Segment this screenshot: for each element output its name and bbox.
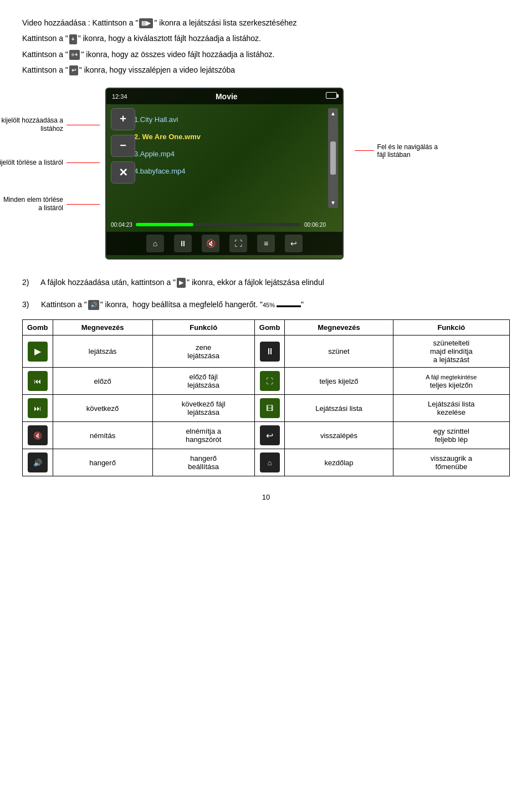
name-volume: hangerő [53, 449, 152, 476]
arrow-remove-selected [66, 162, 100, 163]
scroll-bar[interactable]: ▲ ▼ [328, 108, 338, 208]
intro-line4: Kattintson a "↩" ikonra, hogy visszalépj… [22, 64, 510, 76]
func-fullscreen: A fájl megtekintése teljes kijelzőn [393, 368, 509, 395]
progress-time-end: 00:06:20 [304, 222, 326, 228]
scroll-down-arrow[interactable]: ▼ [330, 200, 336, 206]
intro-line2: Kattintson a "+" ikonra, hogy a kiválasz… [22, 32, 510, 44]
remove-btn[interactable]: − [111, 135, 135, 157]
intro-line1: Video hozzáadása : Kattintson a "▤▶" iko… [22, 17, 510, 29]
volume-icon-inline: 🔊 [88, 300, 99, 310]
file-item-2[interactable]: 2. We Are One.wmv [134, 128, 342, 145]
edit-list-icon: ▤▶ [139, 18, 153, 28]
func-volume: hangerőbeállítása [152, 449, 254, 476]
intro-line3: Kattintson a "≡+" ikonra, hogy az összes… [22, 48, 510, 60]
left-labels: A kijelölt hozzáadása alistához A kijelö… [22, 88, 105, 265]
col-header-megnevezés2: Megnevezés [285, 320, 393, 335]
button-panel: + − ✕ [111, 108, 135, 184]
col-header-megnevezés1: Megnevezés [53, 320, 152, 335]
col-header-gomb1: Gomb [23, 320, 53, 335]
name-mute: némítás [53, 422, 152, 449]
screen-top-bar: 12:34 Movie [106, 89, 342, 104]
scroll-up-arrow[interactable]: ▲ [330, 110, 336, 116]
col-header-funkció1: Funkció [152, 320, 254, 335]
func-pause: szüneteltetimajd elindítjaa lejátszást [393, 335, 509, 368]
file-item-4[interactable]: 4.babyface.mp4 [134, 162, 342, 180]
screen-content: + − ✕ 1.City Hall.avi 2. We Are One.wmv … [106, 104, 342, 224]
name-home: kezdőlap [285, 449, 393, 476]
add-btn[interactable]: + [111, 108, 135, 130]
fullscreen-icon-box: ⛶ [260, 371, 280, 391]
label-add-selected-text: A kijelölt hozzáadása alistához [0, 116, 63, 134]
battery-indicator [326, 92, 337, 99]
nav-label-text: Fel és le navigálás a fájl listában [377, 143, 443, 159]
step2-text: 2) A fájlok hozzáadása után, kattintson … [22, 276, 510, 288]
intro-section: Video hozzáadása : Kattintson a "▤▶" iko… [22, 17, 510, 77]
name-prev: előző [53, 368, 152, 395]
playlist-ctrl-btn[interactable]: ≡ [257, 235, 275, 252]
col-header-funkció2: Funkció [393, 320, 509, 335]
step2-number: 2) [22, 276, 39, 288]
label-remove-all: Minden elem törlésea listáról [3, 196, 100, 213]
progress-time-start: 00:04:23 [111, 222, 132, 228]
func-playlist: Lejátszási listakezelése [393, 395, 509, 422]
icon-back: ↩ [254, 422, 285, 449]
pause-ctrl-btn[interactable]: ⏸ [174, 235, 192, 252]
remove-all-btn[interactable]: ✕ [111, 161, 135, 184]
icon-prev: ⏮ [23, 368, 53, 395]
func-prev: előző fájllejátszása [152, 368, 254, 395]
volume-icon-box: 🔊 [28, 453, 48, 472]
back-ctrl-btn[interactable]: ↩ [285, 235, 303, 252]
next-icon-box: ⏭ [28, 398, 48, 418]
device-screen: 12:34 Movie + − ✕ 1.City Hall.avi 2. We … [105, 88, 344, 260]
table-row-5: 🔊 hangerő hangerőbeállítása ⌂ kezdőlap v… [23, 449, 510, 476]
icon-volume: 🔊 [23, 449, 53, 476]
mute-ctrl-btn[interactable]: 🔇 [202, 235, 219, 252]
name-next: következő [53, 395, 152, 422]
name-play: lejátszás [53, 335, 152, 368]
func-play: zenelejátszása [152, 335, 254, 368]
label-add-selected: A kijelölt hozzáadása alistához [0, 116, 100, 134]
file-item-3[interactable]: 3.Apple.mp4 [134, 145, 342, 162]
fullscreen-ctrl-btn[interactable]: ⛶ [229, 235, 247, 252]
playlist-icon-box: 🎞 [260, 398, 280, 418]
icon-next: ⏭ [23, 395, 53, 422]
icon-home: ⌂ [254, 449, 285, 476]
file-list: 1.City Hall.avi 2. We Are One.wmv 3.Appl… [106, 106, 342, 224]
arrow-add-selected [66, 125, 100, 125]
icon-fullscreen: ⛶ [254, 368, 285, 395]
file-item-1[interactable]: 1.City Hall.avi [134, 111, 342, 128]
icon-play: ▶ [23, 335, 53, 368]
icon-playlist: 🎞 [254, 395, 285, 422]
progress-bar-section: 00:04:23 00:06:20 [111, 222, 326, 228]
back-icon-small: ↩ [69, 65, 78, 75]
scroll-thumb[interactable] [330, 141, 336, 175]
pause-icon-box: ⏸ [260, 342, 280, 362]
right-label: Fel és le navigálás a fájl listában [355, 88, 443, 159]
label-remove-all-text: Minden elem törlésea listáról [3, 196, 63, 213]
prev-icon-box: ⏮ [28, 371, 48, 391]
table-row-2: ⏮ előző előző fájllejátszása ⛶ teljes ki… [23, 368, 510, 395]
progress-track[interactable] [136, 223, 301, 226]
home-ctrl-btn[interactable]: ⌂ [146, 235, 164, 252]
table-row-1: ▶ lejátszás zenelejátszása ⏸ szünet szün… [23, 335, 510, 368]
step3-number: 3) [22, 298, 39, 311]
func-mute: elnémítja ahangszórót [152, 422, 254, 449]
table-row-4: 🔇 némítás elnémítja ahangszórót ↩ vissza… [23, 422, 510, 449]
col-header-gomb2: Gomb [254, 320, 285, 335]
home-icon-box: ⌂ [260, 453, 280, 472]
add-icon: + [69, 34, 77, 44]
battery-icon [326, 92, 337, 100]
controls-bar: ⌂ ⏸ 🔇 ⛶ ≡ ↩ [106, 232, 342, 255]
func-home: visszaugrik afőmenübe [393, 449, 509, 476]
icon-pause: ⏸ [254, 335, 285, 368]
name-playlist: Lejátszási lista [285, 395, 393, 422]
screen-title: Movie [216, 92, 238, 101]
table-row-3: ⏭ következő következő fájllejátszása 🎞 L… [23, 395, 510, 422]
table-header-row: Gomb Megnevezés Funkció Gomb Megnevezés … [23, 320, 510, 335]
name-back: visszalépés [285, 422, 393, 449]
step3-text: 3) Kattintson a "🔊" ikonra, hogy beállít… [22, 298, 510, 311]
mute-icon-box: 🔇 [28, 425, 48, 445]
func-next: következő fájllejátszása [152, 395, 254, 422]
nav-label: Fel és le navigálás a fájl listában [355, 143, 443, 159]
play-icon-box: ▶ [28, 342, 48, 362]
